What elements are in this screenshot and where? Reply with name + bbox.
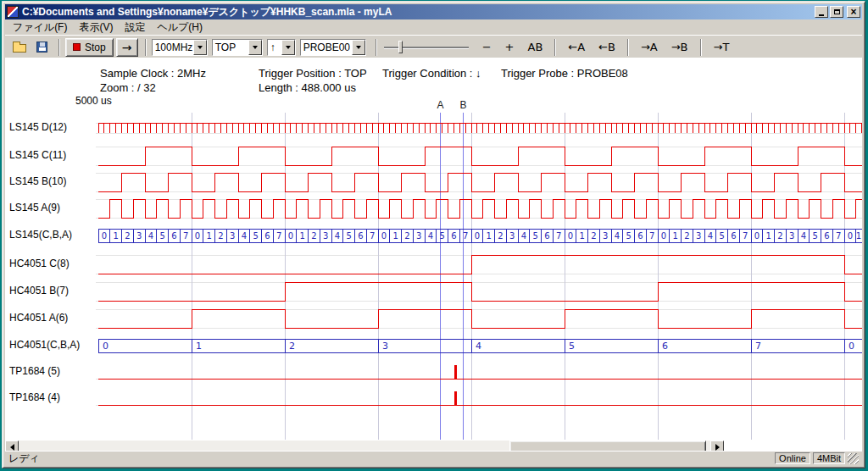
maximize-icon xyxy=(834,9,840,14)
channel-label: LS145 C(11) xyxy=(9,149,66,163)
goto-cursor-a-button[interactable]: ←A xyxy=(563,38,590,56)
zoom-slider[interactable] xyxy=(384,39,469,56)
arrow-down-glyph xyxy=(253,46,258,49)
toolbar-separator xyxy=(58,39,60,56)
app-window: C:¥Documents and Settings¥noname¥デスクトップ¥… xyxy=(2,1,865,468)
svg-text:5: 5 xyxy=(719,231,724,241)
close-icon: × xyxy=(850,8,856,16)
probe-select[interactable]: PROBE00 xyxy=(300,39,366,56)
slider-track xyxy=(384,47,469,48)
svg-text:5: 5 xyxy=(812,231,817,241)
svg-text:1: 1 xyxy=(765,231,771,241)
svg-text:4: 4 xyxy=(801,231,806,241)
menu-file[interactable]: ファイル(F) xyxy=(7,19,73,36)
goto-trigger-button[interactable]: →T xyxy=(709,38,735,56)
save-button[interactable] xyxy=(31,38,52,57)
svg-text:0: 0 xyxy=(381,231,387,241)
svg-text:2: 2 xyxy=(591,231,596,241)
sample-clock-value: 100MHz xyxy=(153,40,193,55)
arrow-down-glyph xyxy=(356,46,361,49)
svg-text:3: 3 xyxy=(230,231,235,241)
status-memory: 4MBit xyxy=(813,452,845,464)
chevron-down-icon[interactable] xyxy=(193,40,207,55)
svg-text:0: 0 xyxy=(195,231,200,241)
stop-button[interactable]: Stop xyxy=(65,38,114,57)
svg-text:4: 4 xyxy=(335,231,340,241)
svg-text:0: 0 xyxy=(754,231,760,241)
svg-text:6: 6 xyxy=(637,231,643,241)
title-bar[interactable]: C:¥Documents and Settings¥noname¥デスクトップ¥… xyxy=(5,4,862,19)
zoom-out-button[interactable]: − xyxy=(477,38,497,56)
svg-text:0: 0 xyxy=(568,231,573,241)
trigger-edge-select[interactable]: ↑ xyxy=(267,39,296,56)
channel-label: LS145 A(9) xyxy=(9,202,60,215)
svg-text:5: 5 xyxy=(253,231,258,241)
svg-text:2: 2 xyxy=(311,231,316,241)
svg-text:4: 4 xyxy=(148,231,153,241)
zoom-in-button[interactable]: + xyxy=(500,38,520,56)
arrow-down-glyph xyxy=(286,46,291,49)
run-button[interactable]: → xyxy=(116,38,138,57)
toolbar-separator xyxy=(627,39,629,56)
cursor-label-a: A xyxy=(437,99,444,111)
svg-text:5: 5 xyxy=(439,231,444,241)
svg-text:7: 7 xyxy=(743,231,748,241)
waveform-plot[interactable]: 0123456701234567012345670123456701234567… xyxy=(96,111,862,440)
svg-text:5: 5 xyxy=(159,231,164,241)
chevron-down-icon[interactable] xyxy=(248,40,262,55)
svg-text:1: 1 xyxy=(299,231,304,241)
menu-view[interactable]: 表示(V) xyxy=(73,19,119,36)
svg-text:0: 0 xyxy=(661,231,666,241)
trigger-edge-value: ↑ xyxy=(268,40,281,55)
svg-text:0: 0 xyxy=(103,341,108,352)
svg-text:3: 3 xyxy=(136,231,142,241)
close-button[interactable]: × xyxy=(847,6,860,18)
channel-label: HC4051 C(8) xyxy=(9,258,70,271)
minimize-button[interactable] xyxy=(815,6,828,18)
window-title: C:¥Documents and Settings¥noname¥デスクトップ¥… xyxy=(22,5,813,19)
svg-text:0: 0 xyxy=(102,231,107,241)
svg-text:2: 2 xyxy=(404,231,409,241)
svg-text:2: 2 xyxy=(777,231,782,241)
svg-text:1: 1 xyxy=(113,231,118,241)
channel-label: HC4051 A(6) xyxy=(9,312,68,325)
chevron-down-icon[interactable] xyxy=(281,40,295,55)
svg-text:7: 7 xyxy=(755,341,761,352)
goto-cursor-b-button[interactable]: ←B xyxy=(593,38,620,56)
svg-text:4: 4 xyxy=(708,231,713,241)
svg-text:0: 0 xyxy=(475,231,480,241)
svg-text:7: 7 xyxy=(370,231,375,241)
probe-value: PROBE00 xyxy=(301,40,352,55)
svg-text:0: 0 xyxy=(849,341,854,352)
ab-span-button[interactable]: AB xyxy=(523,38,548,56)
svg-text:3: 3 xyxy=(323,231,328,241)
svg-text:7: 7 xyxy=(836,231,841,241)
svg-text:6: 6 xyxy=(264,231,270,241)
status-online: Online xyxy=(775,452,810,464)
menu-settings[interactable]: 設定 xyxy=(119,19,151,36)
toolbar-separator xyxy=(700,39,702,56)
length-info: Length : 488.000 us xyxy=(259,81,356,94)
move-cursor-a-button[interactable]: →A xyxy=(636,38,663,56)
sample-clock-select[interactable]: 100MHz xyxy=(152,39,208,56)
chevron-down-icon[interactable] xyxy=(352,40,365,55)
maximize-button[interactable] xyxy=(830,6,843,18)
trigger-position-select[interactable]: TOP xyxy=(212,39,263,56)
svg-text:4: 4 xyxy=(615,231,620,241)
channel-label: LS145 D(12) xyxy=(9,121,67,135)
resize-grip[interactable] xyxy=(848,453,859,464)
open-button[interactable] xyxy=(9,38,30,57)
stop-label: Stop xyxy=(85,42,106,53)
menu-help[interactable]: ヘルプ(H) xyxy=(151,19,209,36)
trigger-position-value: TOP xyxy=(213,40,248,55)
waveform-canvas[interactable]: 0123456701234567012345670123456701234567… xyxy=(96,111,862,440)
svg-text:5: 5 xyxy=(346,231,351,241)
svg-text:6: 6 xyxy=(451,231,456,241)
slider-thumb[interactable] xyxy=(398,41,403,53)
svg-text:2: 2 xyxy=(289,341,295,352)
channel-label: TP1684 (4) xyxy=(9,391,60,405)
svg-text:1: 1 xyxy=(206,231,211,241)
window-controls: × xyxy=(813,6,860,18)
move-cursor-b-button[interactable]: →B xyxy=(666,38,693,56)
status-bar: レディ Online 4MBit xyxy=(5,451,862,465)
